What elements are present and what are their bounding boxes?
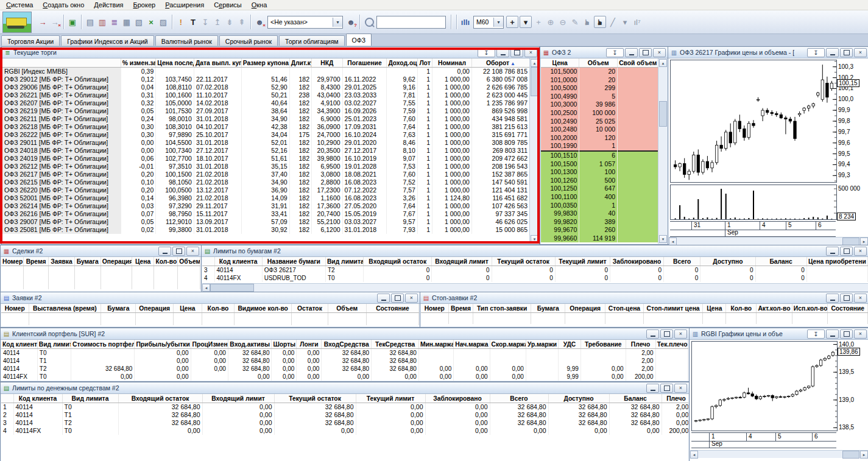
column-header[interactable]: Цена послед. [156, 58, 194, 68]
maximize-button[interactable] [840, 247, 853, 256]
scroll-right-arrow[interactable]: ▸ [860, 451, 868, 459]
column-header[interactable]: НКД [312, 58, 343, 68]
table-row[interactable]: 340114ОФЗ 26217Т200000000 [202, 266, 868, 275]
window-titlebar[interactable]: ▦ ОФЗ 2 ↧ × [540, 47, 668, 58]
maximize-button[interactable] [840, 294, 853, 303]
close-button[interactable]: × [186, 247, 199, 256]
quotes-window-icon[interactable]: ▤ [85, 16, 96, 27]
table-row[interactable]: ОФЗ 29012 [МБ ФР: Т+ Облигации]0,12103,7… [2, 76, 530, 83]
hand-tool-icon[interactable]: ☛ [594, 16, 606, 28]
table-row[interactable]: ОФЗ 26212 [МБ ФР: Т+ Облигации]-0,0197,3… [2, 163, 530, 171]
column-header[interactable]: Заявка [49, 257, 75, 266]
column-header[interactable]: Бумага [531, 304, 565, 313]
column-header[interactable]: Объем [178, 257, 200, 266]
column-header[interactable]: Дата выпл. куп. [194, 58, 241, 68]
table-row[interactable]: 40114Т00,000,0032 684,800,000,0032 684,8… [1, 349, 688, 357]
table-row[interactable]: 40114FXТ00,000,000,000,000,000,000,000,0… [1, 373, 688, 381]
column-header[interactable]: Объем [328, 304, 366, 313]
copy-table-icon[interactable]: ▨ [158, 16, 169, 27]
table-row[interactable]: ОФЗ 52001 [МБ ФР: Т+ Облигации]0,1496,39… [2, 194, 530, 202]
bid-row[interactable]: 100,1300100 [541, 168, 658, 177]
close-table-icon[interactable]: × [146, 16, 157, 27]
zoom-in-icon[interactable]: ⊕ [545, 16, 556, 27]
window-titlebar[interactable]: ≣ Текущие торги ↧ × [2, 47, 539, 58]
sec-limits-table[interactable]: Код клиентаНазвание бумагиВид лимитаВход… [202, 257, 868, 284]
column-header[interactable]: Текущий остаток [492, 257, 555, 266]
tab-торговля-акции[interactable]: Торговля Акции [1, 35, 60, 46]
orders-table[interactable]: НомерВыставлена (время)БумагаОперацияЦен… [1, 304, 419, 326]
close-button[interactable]: × [854, 329, 867, 339]
maximize-button[interactable] [639, 48, 652, 57]
scroll-thumb[interactable] [531, 67, 538, 96]
price-chart[interactable] [691, 341, 838, 431]
menu-item[interactable]: Окна [247, 1, 272, 9]
maximize-button[interactable] [840, 48, 853, 57]
column-header[interactable]: % измен.закр. [121, 58, 156, 68]
column-header[interactable]: Код клиента [214, 257, 262, 266]
column-header[interactable]: Операция [136, 304, 173, 313]
tab-срочный-рынок[interactable]: Срочный рынок [219, 35, 278, 46]
ask-row[interactable]: 101,500020 [541, 68, 658, 76]
line-dropdown-icon[interactable]: ▾ [619, 16, 630, 27]
column-header[interactable]: Объем [579, 58, 618, 68]
table-row[interactable]: ОФЗ 26216 [МБ ФР: Т+ Облигации]0,0798,79… [2, 210, 530, 218]
column-header[interactable]: Стоп-лимит цена [644, 304, 703, 313]
column-header[interactable]: Длит.куп. [289, 58, 311, 68]
menu-item[interactable]: Брокер [129, 1, 161, 9]
column-header[interactable]: Стоимость портфеля [71, 340, 135, 349]
column-header[interactable]: Исп.кол-во [792, 304, 828, 313]
maximize-button[interactable] [172, 247, 185, 256]
minimize-button[interactable] [826, 294, 839, 303]
anchor-button[interactable]: ↧ [807, 48, 825, 57]
column-header[interactable]: Плечо [662, 394, 688, 403]
client-filter-icon[interactable]: ☻× [254, 16, 265, 27]
close-button[interactable]: × [854, 294, 867, 303]
chart-panel-icon[interactable]: ıllı [460, 16, 471, 27]
column-header[interactable]: Входящий остаток [364, 257, 432, 266]
column-header[interactable]: Бумага [101, 304, 136, 313]
table-row[interactable]: 440114FXUSDRUB_TODТ000000000 [202, 274, 868, 282]
column-header[interactable]: Цена приобретени [806, 257, 867, 266]
table-row[interactable]: 340114Т232 684,800,0032 684,800,000,0032… [1, 419, 688, 427]
table-row[interactable]: ОФЗ 29007 [МБ ФР: Т+ Облигации]0,05112,9… [2, 218, 530, 226]
column-header[interactable]: Входящий лимит [202, 394, 274, 403]
column-header[interactable]: Номер [1, 257, 24, 266]
tab-офз[interactable]: ОФЗ [346, 33, 372, 46]
column-header[interactable]: Лонги [297, 340, 322, 349]
column-header[interactable] [1, 394, 13, 403]
column-header[interactable]: Мин.маржа [418, 340, 453, 349]
scroll-up-arrow[interactable]: ▴ [659, 59, 667, 67]
bid-row[interactable]: 100,03501 [541, 202, 658, 210]
close-button[interactable]: × [524, 48, 537, 57]
ask-row[interactable]: 100,249025 025 [541, 118, 658, 126]
table-row[interactable]: 140114Т032 684,800,0032 684,800,000,0032… [1, 403, 688, 412]
horizontal-scrollbar[interactable]: ◂ [202, 283, 868, 291]
column-header[interactable] [202, 257, 214, 266]
interval-select[interactable]: M60▾ [473, 16, 504, 29]
column-header[interactable]: Название бумаги [262, 257, 325, 266]
money-limits-table[interactable]: Код клиентаВид лимитаВходящий остатокВхо… [1, 394, 688, 461]
anchor-tool-2-icon[interactable]: ↥ [212, 16, 223, 27]
ask-row[interactable]: 100,248010 000 [541, 125, 658, 134]
column-header[interactable]: Номинал [432, 58, 472, 68]
scroll-down-arrow[interactable]: ▾ [659, 235, 667, 243]
close-button[interactable]: × [854, 48, 867, 57]
column-header[interactable]: Цена [132, 257, 154, 266]
instrument-select[interactable]: <Не указан>▾ [267, 16, 343, 29]
minimize-button[interactable] [646, 384, 659, 393]
anchor-group-icon[interactable]: ⇟ [224, 16, 235, 27]
column-header[interactable]: Текущий остаток [274, 394, 356, 403]
column-header[interactable]: Погашение [342, 58, 387, 68]
bid-row[interactable]: 99,9660114 919 [541, 234, 658, 243]
column-header[interactable]: Свой объем [618, 58, 658, 68]
tab-торги-облигациям[interactable]: Торги облигациям [279, 35, 344, 46]
volume-chart[interactable] [670, 185, 837, 220]
bid-row[interactable]: 100,1250647 [541, 185, 658, 193]
minimize-button[interactable] [826, 247, 839, 256]
table-row[interactable]: 40114Т232 684,800,000,0032 684,800,000,0… [1, 365, 688, 373]
bid-row[interactable]: 99,9820389 [541, 218, 658, 227]
minimize-button[interactable] [826, 329, 839, 339]
bid-row[interactable]: 99,9670260 [541, 226, 658, 234]
bid-row[interactable]: 100,1260500 [541, 177, 658, 185]
indicator-icon[interactable]: ıl⁷ [632, 16, 643, 27]
